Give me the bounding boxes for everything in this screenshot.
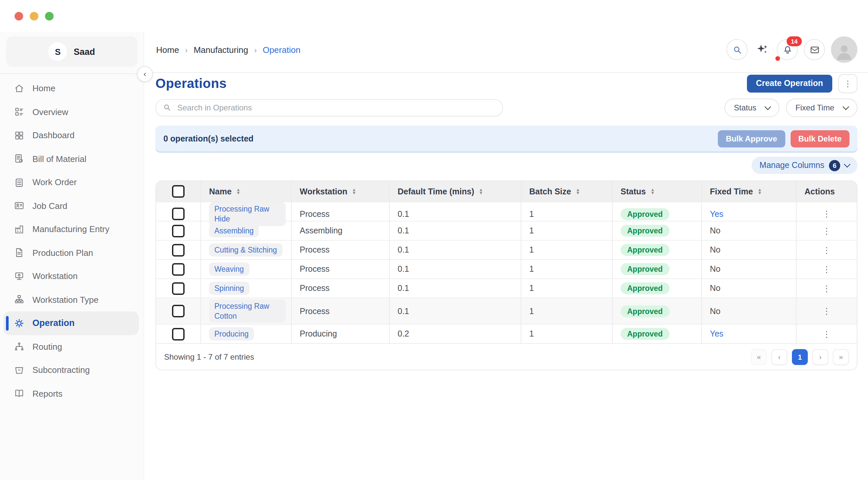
sort-icon[interactable]	[236, 188, 241, 194]
row-checkbox[interactable]	[172, 282, 185, 294]
sort-icon[interactable]	[479, 188, 483, 194]
operation-icon	[13, 318, 25, 329]
first-page-button[interactable]: «	[751, 349, 767, 364]
window-close-button[interactable]	[14, 11, 23, 20]
sort-icon[interactable]	[757, 188, 762, 194]
table-row: Cutting & Stitching Process 0.1 1 Approv…	[156, 240, 857, 259]
notifications-button[interactable]: 14	[777, 39, 798, 60]
bill-of-material-icon	[13, 153, 25, 165]
last-page-button[interactable]: »	[833, 349, 849, 364]
create-operation-button[interactable]: Create Operation	[747, 74, 832, 92]
row-actions-button[interactable]	[823, 306, 831, 316]
window-minimize-button[interactable]	[30, 11, 38, 20]
row-checkbox[interactable]	[172, 328, 185, 340]
page-body: Operations Create Operation Status	[144, 73, 868, 370]
row-actions-button[interactable]	[823, 283, 831, 293]
row-actions-button[interactable]	[823, 226, 831, 236]
chevron-down-icon	[765, 103, 771, 110]
row-checkbox[interactable]	[172, 208, 185, 221]
row-actions-button[interactable]	[823, 209, 831, 219]
person-icon	[833, 40, 856, 63]
sidebar-collapse-button[interactable]	[137, 66, 153, 82]
operation-name-link[interactable]: Producing	[209, 327, 254, 341]
breadcrumb-manufacturing[interactable]: Manufacturing	[193, 45, 248, 55]
sidebar-item-label: Workstation Type	[32, 295, 99, 305]
sidebar-item-label: Production Plan	[32, 248, 93, 258]
operation-name-link[interactable]: Assembling	[209, 224, 259, 238]
status-badge: Approved	[621, 208, 669, 220]
workstation-icon	[13, 271, 25, 282]
workstation-value: Producing	[292, 325, 390, 343]
user-name: Saad	[74, 46, 95, 57]
bulk-buttons: Bulk Approve Bulk Delete	[718, 130, 849, 147]
fixed-time-value: No	[710, 226, 720, 235]
row-actions-button[interactable]	[823, 329, 831, 339]
app-window: S Saad Home Overview Dashboard Bill of M…	[0, 0, 868, 480]
messages-button[interactable]	[804, 39, 825, 60]
sidebar-item-subcontracting[interactable]: Subcontracting	[3, 358, 139, 382]
sidebar-item-label: Job Card	[32, 201, 67, 211]
sidebar-item-bill-of-material[interactable]: Bill of Material	[3, 147, 139, 170]
sidebar-item-dashboard[interactable]: Dashboard	[3, 124, 139, 147]
sort-icon[interactable]	[650, 188, 655, 194]
subcontracting-icon	[13, 364, 25, 376]
default-time-value: 0.1	[390, 222, 521, 240]
status-badge: Approved	[621, 328, 669, 340]
sidebar-item-label: Home	[32, 84, 55, 94]
sort-icon[interactable]	[576, 188, 580, 194]
operation-name-link[interactable]: Cutting & Stitching	[209, 243, 282, 257]
sidebar-item-workstation-type[interactable]: Workstation Type	[3, 288, 139, 311]
manage-columns-dropdown[interactable]: Manage Columns 6	[751, 157, 858, 174]
job-card-icon	[13, 200, 25, 212]
row-checkbox[interactable]	[172, 224, 185, 237]
sidebar-item-operation[interactable]: Operation	[3, 311, 139, 335]
next-page-button[interactable]: ›	[812, 349, 828, 364]
batch-size-value: 1	[521, 222, 613, 240]
search-input[interactable]	[155, 99, 503, 116]
table-row: Processing Raw Cotton Process 0.1 1 Appr…	[156, 297, 857, 324]
search-button[interactable]	[726, 39, 748, 60]
operation-name-link[interactable]: Processing Raw Cotton	[209, 299, 286, 323]
status-filter-dropdown[interactable]: Status	[725, 98, 780, 117]
row-checkbox[interactable]	[172, 263, 185, 276]
sidebar-item-overview[interactable]: Overview	[3, 100, 139, 124]
overview-icon	[13, 106, 25, 118]
sidebar-item-label: Reports	[32, 389, 63, 399]
page-1-button[interactable]: 1	[792, 349, 808, 364]
sort-icon[interactable]	[352, 188, 356, 194]
routing-icon	[13, 341, 25, 352]
workstation-value: Process	[292, 279, 390, 297]
fixed-time-filter-dropdown[interactable]: Fixed Time	[786, 98, 858, 117]
sidebar-item-work-order[interactable]: Work Order	[3, 170, 139, 194]
sidebar-item-routing[interactable]: Routing	[3, 335, 139, 358]
row-actions-button[interactable]	[823, 264, 831, 274]
window-maximize-button[interactable]	[45, 11, 54, 20]
operation-name-link[interactable]: Weaving	[209, 262, 249, 276]
operation-name-link[interactable]: Spinning	[209, 281, 249, 295]
sidebar-item-workstation[interactable]: Workstation	[3, 264, 139, 288]
row-actions-button[interactable]	[823, 245, 831, 255]
main-content: Home › Manufacturing › Operation 14	[144, 32, 868, 480]
sidebar-item-job-card[interactable]: Job Card	[3, 194, 139, 218]
content-header: Home › Manufacturing › Operation 14	[144, 32, 868, 73]
sidebar-item-production-plan[interactable]: Production Plan	[3, 241, 139, 264]
table-footer: Showing 1 - 7 of 7 entries « ‹ 1 › »	[156, 343, 857, 370]
breadcrumb-home[interactable]: Home	[156, 45, 179, 55]
ai-assistant-button[interactable]	[753, 41, 771, 58]
workstation-value: Process	[292, 241, 390, 259]
prev-page-button[interactable]: ‹	[771, 349, 787, 364]
sidebar-item-reports[interactable]: Reports	[3, 382, 139, 405]
bulk-approve-button[interactable]: Bulk Approve	[718, 130, 785, 147]
user-card[interactable]: S Saad	[6, 36, 137, 67]
sidebar-item-manufacturing-entry[interactable]: Manufacturing Entry	[3, 218, 139, 241]
sidebar-item-home[interactable]: Home	[3, 77, 139, 100]
window-titlebar	[0, 0, 868, 32]
profile-avatar[interactable]	[831, 36, 858, 63]
row-checkbox[interactable]	[172, 305, 185, 317]
table-row: Processing Raw Hide Process 0.1 1 Approv…	[156, 202, 857, 221]
bulk-delete-button[interactable]: Bulk Delete	[790, 130, 849, 147]
row-checkbox[interactable]	[172, 244, 185, 256]
page-menu-button[interactable]	[838, 74, 858, 93]
sidebar-item-label: Work Order	[32, 178, 77, 187]
select-all-checkbox[interactable]	[172, 185, 185, 198]
